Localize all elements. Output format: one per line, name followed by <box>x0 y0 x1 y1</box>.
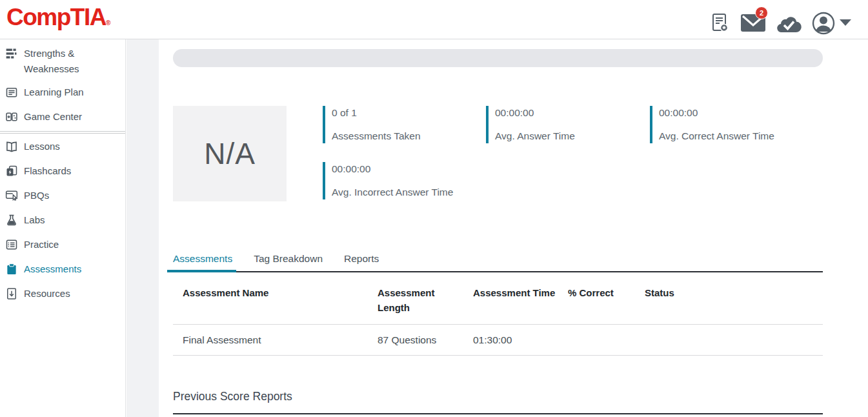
cell-assessment-time: 01:30:00 <box>463 333 558 347</box>
registered-mark: ® <box>106 19 110 26</box>
table-header-row: Assessment Name Assessment Length Assess… <box>173 272 823 325</box>
sidebar-item-game-center[interactable]: Game Center <box>0 105 125 130</box>
stat-avg-answer-time: 00:00:00 Avg. Answer Time <box>486 106 575 143</box>
account-icon[interactable] <box>811 11 836 36</box>
sidebar-top-group: Strengths & Weaknesses Learning Plan <box>0 42 125 130</box>
sidebar-item-label: Strengths & Weaknesses <box>24 46 119 77</box>
sidebar-item-label: Lessons <box>24 139 60 154</box>
sidebar-item-pbqs[interactable]: PBQs <box>0 184 125 208</box>
cell-assessment-length: 87 Questions <box>368 333 463 347</box>
sidebar-item-flashcards[interactable]: Flashcards <box>0 159 125 184</box>
sidebar-bottom-group: Lessons Flashcards <box>0 135 125 307</box>
column-header-assessment-length: Assessment Length <box>368 285 463 315</box>
mail-icon[interactable]: 2 <box>741 14 765 32</box>
cloud-sync-icon[interactable] <box>776 15 802 34</box>
mail-badge: 2 <box>755 6 768 19</box>
clipboard-icon <box>5 263 18 278</box>
stat-value: 0 of 1 <box>332 107 421 119</box>
app-header: CompTIA® 2 <box>0 0 868 39</box>
tab-reports[interactable]: Reports <box>344 252 379 271</box>
tab-tag-breakdown[interactable]: Tag Breakdown <box>254 252 323 271</box>
tab-assessments[interactable]: Assessments <box>173 252 232 271</box>
sidebar-item-label: Resources <box>24 286 70 301</box>
column-header-status: Status <box>635 285 823 315</box>
column-header-assessment-time: Assessment Time <box>463 285 558 315</box>
stat-avg-correct-answer-time: 00:00:00 Avg. Correct Answer Time <box>650 106 774 143</box>
stat-avg-incorrect-answer-time: 00:00:00 Avg. Incorrect Answer Time <box>323 162 453 199</box>
content-gutter <box>126 39 159 417</box>
sidebar-item-label: Practice <box>24 237 59 252</box>
sidebar-item-lessons[interactable]: Lessons <box>0 135 125 159</box>
stat-label: Avg. Answer Time <box>495 130 575 143</box>
sidebar: Strengths & Weaknesses Learning Plan <box>0 39 126 417</box>
comptia-logo[interactable]: CompTIA® <box>6 4 110 31</box>
progress-bar <box>173 49 823 67</box>
sidebar-item-resources[interactable]: Resources <box>0 282 125 307</box>
sidebar-item-strengths-weaknesses[interactable]: Strengths & Weaknesses <box>0 42 125 81</box>
cell-percent-correct <box>558 333 635 347</box>
logo-text: CompTIA <box>6 4 106 30</box>
sidebar-item-label: Assessments <box>24 261 81 277</box>
sidebar-item-label: PBQs <box>24 188 49 203</box>
column-header-percent-correct: % Correct <box>558 285 635 315</box>
sidebar-item-labs[interactable]: Labs <box>0 208 125 233</box>
stat-value: 00:00:00 <box>659 107 774 119</box>
sidebar-item-learning-plan[interactable]: Learning Plan <box>0 81 125 105</box>
stat-label: Assessments Taken <box>332 130 421 143</box>
previous-score-reports-title: Previous Score Reports <box>173 390 292 403</box>
score-placeholder-box: N/A <box>173 106 287 201</box>
tab-bar: Assessments Tag Breakdown Reports <box>173 252 823 272</box>
stat-assessments-taken: 0 of 1 Assessments Taken <box>323 106 421 143</box>
cell-status <box>635 333 823 347</box>
open-book-icon <box>5 140 18 156</box>
notebook-icon <box>5 86 18 101</box>
dice-icon <box>5 110 18 126</box>
sidebar-item-label: Learning Plan <box>24 85 84 100</box>
flask-icon <box>5 214 18 229</box>
stat-label: Avg. Incorrect Answer Time <box>332 186 453 199</box>
sidebar-item-label: Flashcards <box>24 163 71 179</box>
document-download-icon <box>5 287 18 303</box>
score-placeholder-text: N/A <box>204 136 256 171</box>
stat-value: 00:00:00 <box>495 107 575 119</box>
app-window: CompTIA® 2 <box>0 0 868 417</box>
bars-icon <box>5 47 18 63</box>
flashcard-bolt-icon <box>5 165 18 180</box>
score-report-icon[interactable] <box>712 13 729 32</box>
assessments-table: Assessment Name Assessment Length Assess… <box>173 272 823 356</box>
list-box-icon <box>5 238 18 254</box>
sidebar-divider <box>0 131 125 134</box>
sidebar-item-label: Labs <box>24 212 45 228</box>
table-row-final-assessment: Final Assessment 87 Questions 01:30:00 <box>173 325 823 356</box>
previous-score-reports-divider <box>173 413 823 414</box>
sidebar-item-practice[interactable]: Practice <box>0 233 125 258</box>
window-cursor-icon <box>5 189 18 205</box>
stat-value: 00:00:00 <box>332 163 453 176</box>
column-header-assessment-name: Assessment Name <box>173 285 368 315</box>
main-content: N/A 0 of 1 Assessments Taken 00:00:00 Av… <box>159 39 868 417</box>
chevron-down-icon[interactable] <box>840 19 851 26</box>
sidebar-item-assessments[interactable]: Assessments <box>0 258 125 282</box>
cell-assessment-name: Final Assessment <box>173 333 368 347</box>
stat-label: Avg. Correct Answer Time <box>659 130 774 143</box>
sidebar-item-label: Game Center <box>24 109 82 125</box>
